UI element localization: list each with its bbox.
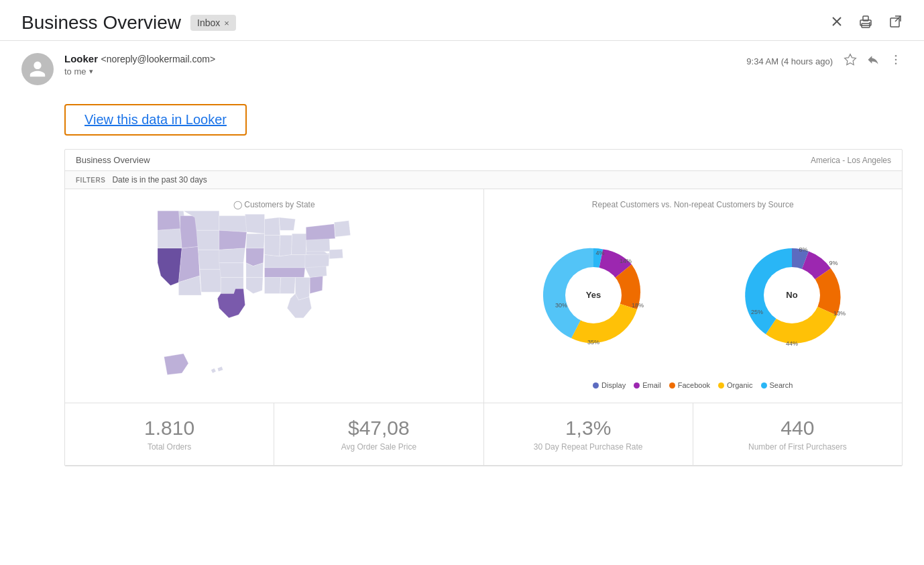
- svg-point-5: [869, 22, 870, 23]
- legend-label-search: Search: [770, 381, 793, 389]
- external-link-icon[interactable]: [888, 14, 903, 32]
- close-icon[interactable]: [830, 15, 844, 32]
- email-body: View this data in Looker Business Overvi…: [0, 93, 924, 477]
- svg-text:Yes: Yes: [586, 290, 601, 300]
- map-container: [76, 215, 473, 376]
- stat-total-orders-value: 1.810: [76, 417, 263, 440]
- legend-dot-display: [593, 382, 599, 389]
- legend-dot-search: [761, 382, 767, 389]
- no-donut-svg: No 8% 9% 13% 44% 25%: [732, 235, 852, 356]
- dashboard-filters: FILTERS Date is in the past 30 days: [65, 171, 902, 189]
- stats-row: 1.810 Total Orders $47,08 Avg Order Sale…: [65, 403, 902, 466]
- email-title: Business Overview: [21, 12, 181, 34]
- legend-label-email: Email: [642, 381, 661, 389]
- looker-btn-wrapper: View this data in Looker: [64, 104, 903, 136]
- to-dropdown-arrow[interactable]: ▾: [89, 67, 93, 76]
- svg-text:9%: 9%: [829, 260, 838, 266]
- donut-panel: Repeat Customers vs. Non-repeat Customer…: [484, 189, 903, 403]
- sender-info: Looker <noreply@lookermail.com> to me ▾: [64, 53, 746, 76]
- donut-chart-title: Repeat Customers vs. Non-repeat Customer…: [495, 200, 892, 209]
- stat-repeat-purchase-rate-value: 1,3%: [495, 417, 682, 440]
- charts-row: ◯ Customers by State: [65, 189, 902, 403]
- legend-dot-facebook: [669, 382, 675, 389]
- filters-label: FILTERS: [76, 176, 105, 184]
- svg-text:13%: 13%: [833, 310, 846, 317]
- legend-dot-email: [634, 382, 640, 389]
- yes-donut-wrapper: Yes 4% 14% 18% 35% 30%: [533, 235, 654, 356]
- svg-text:18%: 18%: [632, 302, 644, 309]
- legend-label-display: Display: [601, 381, 626, 389]
- no-donut-wrapper: No 8% 9% 13% 44% 25%: [732, 235, 852, 356]
- svg-text:30%: 30%: [555, 302, 567, 309]
- legend-organic: Organic: [718, 381, 753, 389]
- legend-search: Search: [761, 381, 793, 389]
- sender-row: Looker <noreply@lookermail.com> to me ▾ …: [0, 41, 924, 93]
- reply-icon[interactable]: [866, 53, 880, 70]
- map-panel: ◯ Customers by State: [65, 189, 484, 403]
- stat-avg-order-price-value: $47,08: [285, 417, 472, 440]
- svg-text:4%: 4%: [596, 250, 605, 256]
- print-icon[interactable]: [858, 14, 873, 32]
- legend-dot-organic: [718, 382, 724, 389]
- dashboard: Business Overview America - Los Angeles …: [64, 149, 903, 466]
- dashboard-location: America - Los Angeles: [811, 156, 891, 165]
- stat-repeat-purchase-rate-label: 30 Day Repeat Purchase Rate: [495, 442, 682, 452]
- svg-line-7: [895, 16, 901, 21]
- svg-text:35%: 35%: [587, 339, 599, 346]
- stat-first-purchasers-value: 440: [704, 417, 891, 440]
- svg-point-9: [895, 59, 897, 61]
- email-header: Business Overview Inbox ×: [0, 0, 924, 41]
- stat-first-purchasers: 440 Number of First Purchasers: [693, 403, 902, 465]
- svg-point-8: [895, 55, 897, 57]
- filters-value: Date is in the past 30 days: [112, 175, 207, 185]
- email-timestamp: 9:34 AM (4 hours ago): [746, 56, 833, 66]
- svg-text:25%: 25%: [751, 309, 763, 315]
- us-map-svg: [100, 198, 449, 393]
- svg-text:8%: 8%: [799, 246, 808, 253]
- svg-text:14%: 14%: [620, 258, 632, 264]
- stat-repeat-purchase-rate: 1,3% 30 Day Repeat Purchase Rate: [484, 403, 693, 465]
- inbox-badge-close[interactable]: ×: [224, 18, 229, 28]
- legend-display: Display: [593, 381, 626, 389]
- sender-to: to me ▾: [64, 66, 746, 76]
- stat-total-orders: 1.810 Total Orders: [65, 403, 274, 465]
- legend-email: Email: [634, 381, 661, 389]
- header-icons: [830, 14, 903, 32]
- timestamp-area: 9:34 AM (4 hours ago): [746, 53, 903, 70]
- svg-point-10: [895, 63, 897, 65]
- star-icon[interactable]: [844, 53, 857, 70]
- dashboard-header: Business Overview America - Los Angeles: [65, 150, 902, 171]
- yes-donut-svg: Yes 4% 14% 18% 35% 30%: [533, 235, 654, 356]
- view-in-looker-button[interactable]: View this data in Looker: [64, 104, 247, 136]
- avatar: [21, 53, 54, 85]
- svg-text:No: No: [786, 290, 797, 300]
- legend-label-organic: Organic: [727, 381, 753, 389]
- chart-legend: Display Email Facebook Organic: [495, 376, 892, 392]
- inbox-badge-label: Inbox: [197, 17, 220, 28]
- action-icons: [844, 53, 903, 70]
- stat-avg-order-price-label: Avg Order Sale Price: [285, 442, 472, 452]
- sender-email: <noreply@lookermail.com>: [101, 54, 215, 64]
- svg-text:44%: 44%: [786, 340, 798, 347]
- legend-label-facebook: Facebook: [678, 381, 710, 389]
- dashboard-title: Business Overview: [76, 155, 150, 165]
- legend-facebook: Facebook: [669, 381, 710, 389]
- more-options-icon[interactable]: [889, 53, 903, 70]
- stat-first-purchasers-label: Number of First Purchasers: [704, 442, 891, 452]
- inbox-badge: Inbox ×: [190, 15, 236, 31]
- donut-charts-container: Yes 4% 14% 18% 35% 30%: [495, 215, 892, 376]
- sender-name: Looker: [64, 53, 98, 64]
- stat-avg-order-price: $47,08 Avg Order Sale Price: [274, 403, 483, 465]
- stat-total-orders-label: Total Orders: [76, 442, 263, 452]
